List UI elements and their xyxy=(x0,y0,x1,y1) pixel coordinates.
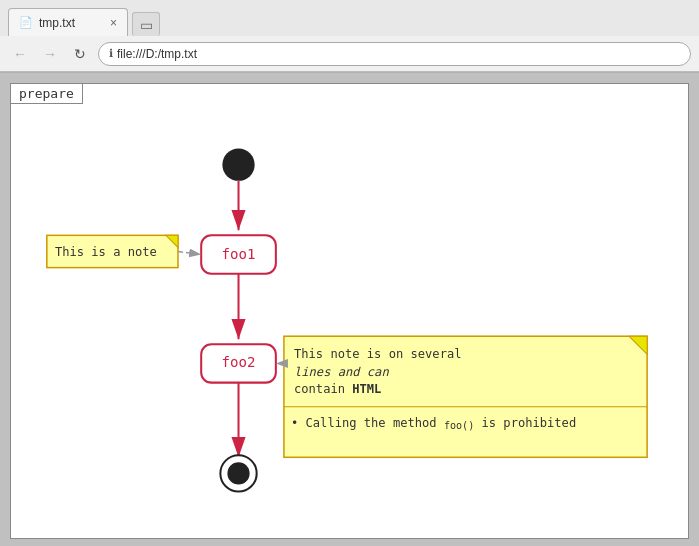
note2-code: foo() xyxy=(444,420,474,431)
end-inner xyxy=(227,462,249,484)
tab-close-button[interactable]: × xyxy=(110,16,117,30)
url-text: file:///D:/tmp.txt xyxy=(117,47,197,61)
address-bar: ← → ↻ ℹ file:///D:/tmp.txt xyxy=(0,36,699,72)
diagram-svg: foo1 foo2 This is a note This note is on… xyxy=(11,84,688,538)
note2-bullet-text: • Calling the method xyxy=(291,416,444,430)
foo1-label: foo1 xyxy=(222,246,256,262)
back-button[interactable]: ← xyxy=(8,42,32,66)
note2-line3-prefix: contain xyxy=(294,382,352,396)
note2-bullet: • Calling the method foo() is prohibited xyxy=(291,416,576,431)
note2-bullet-suffix: is prohibited xyxy=(474,416,576,430)
browser-tab[interactable]: 📄 tmp.txt × xyxy=(8,8,128,36)
url-bar[interactable]: ℹ file:///D:/tmp.txt xyxy=(98,42,691,66)
frame-label: prepare xyxy=(11,84,83,104)
url-lock-icon: ℹ xyxy=(109,47,113,60)
tab-file-icon: 📄 xyxy=(19,16,33,29)
note1-connector xyxy=(178,251,201,254)
new-tab-button[interactable]: ▭ xyxy=(132,12,160,36)
tab-bar: 📄 tmp.txt × ▭ xyxy=(0,0,699,36)
tab-title: tmp.txt xyxy=(39,16,75,30)
note2-line3-bold: HTML xyxy=(352,382,381,396)
note2-line1: This note is on several xyxy=(294,347,461,361)
start-node xyxy=(222,149,254,181)
refresh-button[interactable]: ↻ xyxy=(68,42,92,66)
diagram-area: prepare foo1 foo2 Th xyxy=(10,83,689,539)
browser-chrome: 📄 tmp.txt × ▭ ← → ↻ ℹ file:///D:/tmp.txt xyxy=(0,0,699,73)
note2-line3: contain HTML xyxy=(294,382,381,396)
note1-text: This is a note xyxy=(55,245,157,259)
foo2-label: foo2 xyxy=(222,354,256,370)
note2-line2: lines and can xyxy=(294,365,389,379)
forward-button[interactable]: → xyxy=(38,42,62,66)
